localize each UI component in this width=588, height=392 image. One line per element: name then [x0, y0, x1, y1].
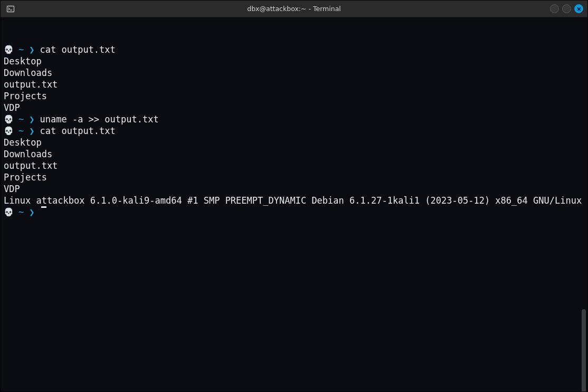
titlebar: dbx@attackbox:~ - Terminal	[1, 1, 587, 17]
output-line: Linux attackbox 6.1.0-kali9-amd64 #1 SMP…	[4, 195, 584, 206]
output-line: Desktop	[4, 55, 584, 67]
prompt-path: ~	[18, 206, 24, 218]
scrollbar[interactable]	[582, 309, 586, 391]
output-line: Projects	[4, 90, 584, 102]
prompt-line: 💀~❯	[4, 206, 584, 218]
output-line: Desktop	[4, 137, 584, 148]
prompt-arrow-icon: ❯	[29, 206, 34, 218]
prompt-arrow-icon: ❯	[29, 125, 34, 137]
prompt-arrow-icon: ❯	[29, 44, 34, 55]
skull-icon: 💀	[4, 125, 13, 137]
window-title: dbx@attackbox:~ - Terminal	[247, 5, 341, 13]
cursor	[41, 206, 46, 208]
skull-icon: 💀	[4, 44, 13, 55]
prompt-arrow-icon: ❯	[29, 113, 34, 125]
terminal-body[interactable]: 💀~❯cat output.txtDesktopDownloadsoutput.…	[1, 17, 587, 391]
output-line: Projects	[4, 171, 584, 183]
output-line: output.txt	[4, 79, 584, 90]
window-controls	[550, 4, 583, 13]
minimize-button[interactable]	[550, 4, 559, 13]
output-line: Downloads	[4, 67, 584, 79]
output-line: Downloads	[4, 148, 584, 160]
prompt-line: 💀~❯cat output.txt	[4, 44, 584, 55]
output-line: VDP	[4, 102, 584, 113]
command-text: cat output.txt	[40, 125, 116, 137]
output-line: VDP	[4, 183, 584, 195]
command-text: cat output.txt	[40, 44, 116, 55]
skull-icon: 💀	[4, 113, 13, 125]
command-text: uname -a >> output.txt	[40, 113, 159, 125]
prompt-path: ~	[18, 125, 24, 137]
svg-rect-0	[7, 6, 14, 12]
prompt-line: 💀~❯uname -a >> output.txt	[4, 113, 584, 125]
output-line: output.txt	[4, 160, 584, 171]
maximize-button[interactable]	[562, 4, 571, 13]
prompt-line: 💀~❯cat output.txt	[4, 125, 584, 137]
close-button[interactable]	[574, 4, 583, 13]
prompt-path: ~	[18, 113, 24, 125]
terminal-app-icon	[6, 4, 15, 14]
skull-icon: 💀	[4, 206, 13, 218]
prompt-path: ~	[18, 44, 24, 55]
